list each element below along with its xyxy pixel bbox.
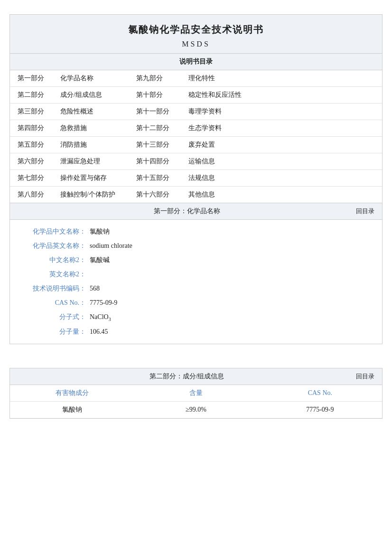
field-label-4: 技术说明书编码： [24,284,86,293]
section1-content: 化学品中文名称： 氯酸钠 化学品英文名称： sodium chlorate 中文… [9,220,383,344]
toc-table: 第一部分 化学品名称 第九部分 理化特性 第二部分 成分/组成信息 第十部分 稳… [9,70,383,203]
field-label-2: 中文名称2： [24,256,86,264]
field-value-6: NaClO3 [90,313,111,322]
toc-num1: 第六部分 [10,153,53,170]
section2-content: 有害物成分 含量 CAS No. 氯酸钠 ≥99.0% 7775-09-9 [9,385,383,419]
col-hazardous-header: 有害物成分 [10,385,134,402]
toc-name2: 生态学资料 [181,120,382,137]
toc-num2: 第十五部分 [129,170,181,187]
field-row: 中文名称2： 氯酸碱 [10,253,382,267]
toc-name2: 其他信息 [181,187,382,203]
toc-num2: 第十四部分 [129,153,181,170]
page: 氯酸钠化学品安全技术说明书 MSDS 说明书目录 第一部分 化学品名称 第九部分… [0,0,392,555]
toc-num2: 第十二部分 [129,120,181,137]
section2-title: 第二部分：成分/组成信息 [18,372,356,381]
toc-name2: 废弃处置 [181,137,382,153]
toc-num2: 第十六部分 [129,187,181,203]
toc-header: 说明书目录 [9,54,383,70]
content-cell-0: ≥99.0% [134,401,258,418]
toc-name2: 稳定性和反应活性 [181,87,382,103]
field-value-0: 氯酸钠 [90,227,110,236]
toc-name2: 法规信息 [181,170,382,187]
toc-num1: 第一部分 [10,70,53,87]
hazardous-cell-0: 氯酸钠 [10,401,134,418]
field-row: 英文名称2： [10,267,382,282]
toc-num2: 第十三部分 [129,137,181,153]
field-label-7: 分子量： [24,328,86,336]
toc-num1: 第五部分 [10,137,53,153]
field-value-5: 7775-09-9 [90,299,117,307]
section2-back-to-top[interactable]: 回目录 [356,372,374,381]
toc-name1: 消防措施 [53,137,129,153]
toc-row: 第一部分 化学品名称 第九部分 理化特性 [10,70,382,87]
toc-num2: 第十部分 [129,87,181,103]
toc-num1: 第三部分 [10,103,53,120]
main-title: 氯酸钠化学品安全技术说明书 [15,23,377,36]
field-label-3: 英文名称2： [24,270,86,279]
toc-num1: 第二部分 [10,87,53,103]
toc-row: 第六部分 泄漏应急处理 第十四部分 运输信息 [10,153,382,170]
col-content-header: 含量 [134,385,258,402]
spacer [0,344,392,358]
toc-num1: 第八部分 [10,187,53,203]
field-value-1: sodium chlorate [90,242,132,250]
section1-header: 第一部分：化学品名称 回目录 [9,203,383,220]
toc-name2: 毒理学资料 [181,103,382,120]
field-label-6: 分子式： [24,313,86,321]
toc-num1: 第四部分 [10,120,53,137]
toc-num2: 第十一部分 [129,103,181,120]
field-row: CAS No.： 7775-09-9 [10,296,382,310]
section2-table: 有害物成分 含量 CAS No. 氯酸钠 ≥99.0% 7775-09-9 [10,385,382,418]
toc-name1: 操作处置与储存 [53,170,129,187]
field-value-4: 568 [90,285,100,292]
field-label-0: 化学品中文名称： [24,227,86,236]
section2-header: 第二部分：成分/组成信息 回目录 [9,368,383,385]
toc-name1: 化学品名称 [53,70,129,87]
toc-name2: 理化特性 [181,70,382,87]
toc-num1: 第七部分 [10,170,53,187]
field-value-2: 氯酸碱 [90,256,110,264]
field-row: 分子量： 106.45 [10,325,382,339]
field-row: 化学品中文名称： 氯酸钠 [10,225,382,239]
toc-name1: 泄漏应急处理 [53,153,129,170]
title-section: 氯酸钠化学品安全技术说明书 MSDS [9,14,383,54]
section1-title: 第一部分：化学品名称 [18,207,356,216]
toc-row: 第八部分 接触控制/个体防护 第十六部分 其他信息 [10,187,382,203]
field-label-5: CAS No.： [24,299,86,307]
field-row: 化学品英文名称： sodium chlorate [10,239,382,253]
section2-row: 氯酸钠 ≥99.0% 7775-09-9 [10,401,382,418]
toc-row: 第三部分 危险性概述 第十一部分 毒理学资料 [10,103,382,120]
toc-name2: 运输信息 [181,153,382,170]
field-row: 分子式： NaClO3 [10,310,382,325]
section1-back-to-top[interactable]: 回目录 [356,207,374,216]
toc-row: 第五部分 消防措施 第十三部分 废弃处置 [10,137,382,153]
toc-num2: 第九部分 [129,70,181,87]
toc-name1: 成分/组成信息 [53,87,129,103]
toc-row: 第四部分 急救措施 第十二部分 生态学资料 [10,120,382,137]
col-cas-header: CAS No. [258,385,382,402]
toc-name1: 急救措施 [53,120,129,137]
toc-row: 第七部分 操作处置与储存 第十五部分 法规信息 [10,170,382,187]
cas-cell-0: 7775-09-9 [258,401,382,418]
toc-row: 第二部分 成分/组成信息 第十部分 稳定性和反应活性 [10,87,382,103]
sub-title: MSDS [15,40,377,48]
field-value-7: 106.45 [90,328,108,336]
toc-name1: 接触控制/个体防护 [53,187,129,203]
field-label-1: 化学品英文名称： [24,242,86,250]
field-row: 技术说明书编码： 568 [10,282,382,296]
toc-name1: 危险性概述 [53,103,129,120]
